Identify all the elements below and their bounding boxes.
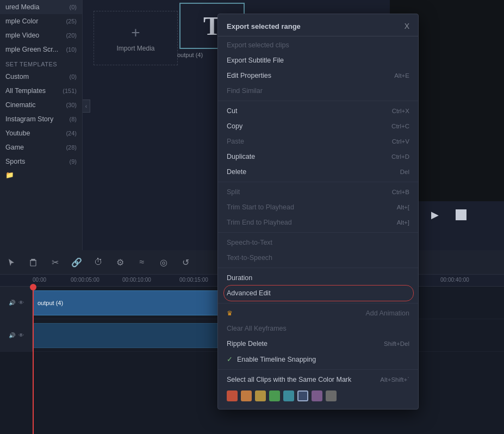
volume-icon-a: 🔊 (9, 332, 15, 338)
video-clip[interactable]: output (4) (33, 290, 223, 315)
menu-item-label: Find Similar (227, 87, 263, 95)
checkmark-icon: ✓ (227, 355, 233, 363)
sidebar-item-ured-media[interactable]: ured Media (0) (0, 0, 82, 14)
toolbar-audio-button[interactable]: ≈ (136, 256, 148, 268)
ruler-tick: 00:00:05:00 (71, 277, 99, 283)
sidebar-item-game[interactable]: Game (28) (0, 140, 82, 154)
color-swatch-green[interactable] (269, 390, 280, 401)
toolbar-settings-button[interactable]: ⚙ (114, 256, 126, 268)
toolbar-cut-button[interactable]: ✂ (49, 256, 61, 268)
context-menu-item-cut[interactable]: Cut Ctrl+X (218, 103, 418, 119)
sidebar-collapse-button[interactable]: ‹ (83, 100, 90, 113)
context-menu-item-duration[interactable]: Duration (218, 270, 418, 286)
color-swatch-teal[interactable] (283, 390, 294, 401)
toolbar-cursor-button[interactable] (5, 256, 17, 268)
toolbar-delete-button[interactable] (27, 256, 39, 268)
menu-item-label: Cut (227, 107, 237, 115)
context-menu-item-select-same-color[interactable]: Select all Clips with the Same Color Mar… (218, 372, 418, 387)
sidebar-item-count: (9) (70, 158, 77, 165)
sidebar-item-sports[interactable]: Sports (9) (0, 154, 82, 169)
menu-item-shortcut: Alt+[ (397, 204, 409, 210)
ruler-tick: 00:00 (33, 277, 46, 283)
sidebar-item-all-templates[interactable]: All Templates (151) (0, 84, 82, 98)
context-menu-item-advanced-edit[interactable]: Advanced Edit (218, 286, 418, 301)
menu-item-label: Delete (227, 168, 246, 176)
context-menu-item-clear-keyframes: Clear All Keyframes (218, 321, 418, 336)
import-media-button[interactable]: + Import Media (94, 11, 178, 65)
menu-item-shortcut: Ctrl+C (391, 123, 409, 129)
sidebar-item-instagram-story[interactable]: Instagram Story (8) (0, 112, 82, 126)
menu-item-shortcut: Del (400, 169, 409, 175)
menu-item-label: Copy (227, 122, 242, 130)
sidebar-item-label: ured Media (5, 3, 40, 11)
color-swatch-orange[interactable] (241, 390, 252, 401)
context-menu-item-find-similar: Find Similar (218, 83, 418, 98)
sidebar-item-green-screen[interactable]: mple Green Scr... (10) (0, 42, 82, 57)
context-menu-item-add-animation: ♛ Add Animation (218, 306, 418, 321)
color-swatch-purple[interactable] (312, 390, 322, 401)
play-button[interactable]: ▶ (427, 207, 443, 222)
context-menu-title: Export selected range (227, 22, 301, 30)
context-menu: Export selected range X Export selected … (217, 14, 419, 410)
preset-section-label: set Templates (0, 57, 82, 70)
context-menu-close-button[interactable]: X (405, 22, 409, 30)
sidebar-item-count: (0) (70, 73, 77, 80)
stop-button[interactable] (456, 209, 466, 220)
sidebar-item-count: (151) (63, 88, 77, 94)
sidebar-item-label: Youtube (5, 129, 30, 137)
toolbar-snap-button[interactable]: ◎ (158, 256, 170, 268)
menu-item-label: Duration (227, 274, 252, 282)
svg-rect-2 (30, 261, 36, 266)
output-label: output (4) (177, 52, 203, 58)
playhead-line (33, 287, 34, 434)
audio-clip[interactable] (33, 323, 223, 348)
context-menu-item-enable-snapping[interactable]: ✓ Enable Timeline Snapping (218, 351, 418, 367)
context-menu-header: Export selected range X (218, 16, 418, 36)
track-label-a1: 🔊 👁 (0, 319, 33, 351)
svg-rect-1 (31, 259, 35, 260)
sidebar-item-cinematic[interactable]: Cinematic (30) (0, 98, 82, 112)
menu-item-label: Ripple Delete (227, 340, 267, 348)
color-swatch-red[interactable] (227, 390, 238, 401)
menu-item-label: Paste (227, 138, 244, 145)
separator-5 (218, 303, 418, 303)
sidebar-item-sample-video[interactable]: mple Video (20) (0, 28, 82, 42)
context-menu-item-delete[interactable]: Delete Del (218, 164, 418, 179)
toolbar-undo-button[interactable]: ↺ (179, 256, 191, 268)
sidebar-item-custom[interactable]: Custom (0) (0, 70, 82, 84)
context-menu-item-duplicate[interactable]: Duplicate Ctrl+D (218, 149, 418, 164)
color-swatch-gray[interactable] (326, 390, 337, 401)
toolbar-link-button[interactable]: 🔗 (71, 256, 83, 268)
sidebar-item-youtube[interactable]: Youtube (24) (0, 126, 82, 140)
separator-3 (218, 232, 418, 233)
context-menu-item-edit-properties[interactable]: Edit Properties Alt+E (218, 68, 418, 83)
separator-2 (218, 182, 418, 182)
context-menu-item-export-subtitle[interactable]: Export Subtitle File (218, 53, 418, 68)
sidebar-item-sample-color[interactable]: mple Color (25) (0, 14, 82, 28)
ruler-tick: 00:00:10:00 (122, 277, 151, 283)
menu-item-label: Export selected clips (227, 41, 289, 49)
separator-1 (218, 101, 418, 101)
menu-item-label: Split (227, 188, 240, 196)
sidebar-item-label: Game (5, 144, 24, 151)
menu-item-label-with-check: ✓ Enable Timeline Snapping (227, 355, 316, 363)
context-menu-item-copy[interactable]: Copy Ctrl+C (218, 119, 418, 134)
context-menu-item-trim-start: Trim Start to Playhead Alt+[ (218, 200, 418, 215)
playhead-head (30, 284, 36, 290)
menu-item-label: Select all Clips with the Same Color Mar… (227, 376, 351, 383)
color-swatch-navy[interactable] (297, 390, 308, 401)
context-menu-item-speech-to-text: Speech-to-Text (218, 235, 418, 250)
crown-icon: ♛ (227, 309, 233, 317)
ruler-tick: 00:00:40:00 (440, 277, 469, 283)
context-menu-item-text-to-speech: Text-to-Speech (218, 250, 418, 265)
color-swatch-yellow[interactable] (255, 390, 266, 401)
plus-icon: + (131, 24, 140, 41)
eye-icon: 👁 (18, 300, 24, 306)
sidebar-item-label: Instagram Story (5, 115, 53, 123)
sidebar-item-label: mple Green Scr... (5, 46, 58, 53)
context-menu-item-trim-end: Trim End to Playhead Alt+] (218, 215, 418, 230)
context-menu-item-ripple-delete[interactable]: Ripple Delete Shift+Del (218, 336, 418, 351)
ruler-tick: 00:00:15:00 (179, 277, 208, 283)
toolbar-timer-button[interactable]: ⏱ (92, 256, 104, 268)
sidebar-item-label: Sports (5, 158, 25, 165)
